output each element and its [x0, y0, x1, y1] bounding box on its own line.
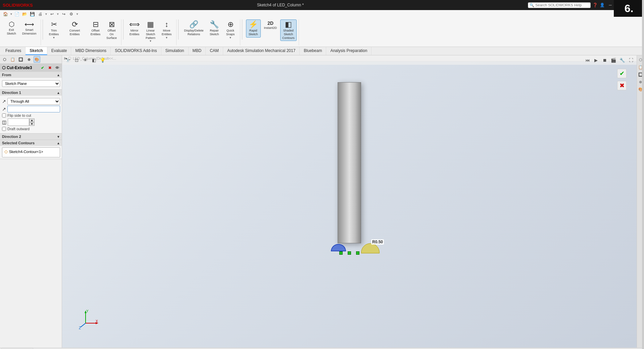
trim-dropdown-arrow: ▼ — [53, 36, 55, 39]
blue-semicircle — [331, 244, 346, 251]
title-bar: SOLIDWORKS Sketch4 of LED_Column * 🔍 ❓ 👤… — [0, 0, 644, 10]
viewport: ▶ ⬡ LED_Column (Default<<... 🔭 ⊡ 👁 ◧ 💡 ⏮… — [62, 55, 637, 348]
dir1-chevron: ▲ — [57, 91, 60, 95]
feature-tree-btn[interactable]: ⬡ — [1, 56, 8, 63]
repair-icon: 🔧 — [210, 21, 219, 28]
hide-show-btn[interactable]: 👁 — [82, 56, 89, 64]
minimize-btn[interactable]: ─ — [607, 2, 614, 8]
trim-entities-btn[interactable]: ✂ TrimEntities ▼ — [47, 19, 61, 41]
tab-analysis[interactable]: Analysis Preparation — [326, 47, 371, 55]
display-delete-relations-btn[interactable]: 🔗 Display/DeleteRelations — [182, 19, 206, 38]
new-btn[interactable]: 📄 — [14, 11, 20, 17]
pm-section-from: From ▲ Sketch Plane — [0, 72, 62, 90]
repair-sketch-btn[interactable]: 🔧 RepairSketch — [207, 19, 222, 38]
from-type-select[interactable]: Sketch Plane — [2, 80, 60, 87]
instant2d-btn[interactable]: 2D Instant2D — [262, 19, 279, 31]
pm-contours-header[interactable]: Selected Contours ▲ — [0, 140, 62, 146]
pm-dir2-header[interactable]: Direction 2 ▼ — [0, 134, 62, 140]
offset-entities-btn[interactable]: ⊟ OffsetEntities — [88, 19, 103, 38]
tab-evaluate[interactable]: Evaluate — [47, 47, 71, 55]
quick-snaps-btn[interactable]: ⊕ QuickSnaps ▼ — [223, 19, 238, 41]
viewport-toolbar: 🔭 ⊡ 👁 ◧ 💡 ⏮ ▶ ⏹ 🎬 🔧 ⛶ — [62, 55, 637, 65]
trim-icon: ✂ — [51, 21, 57, 28]
dim-xpert-btn[interactable]: ⊕ — [26, 56, 32, 63]
dir1-reverse-icon: ↗ — [2, 106, 6, 112]
open-btn[interactable]: 📂 — [21, 11, 28, 17]
save-btn[interactable]: 💾 — [29, 11, 36, 17]
tab-simulation[interactable]: Simulation — [161, 47, 189, 55]
pm-actions: ✔ ✖ 👁 — [39, 65, 60, 71]
tab-bluebeam[interactable]: Bluebeam — [300, 47, 326, 55]
flip-side-row: Flip side to cut — [2, 113, 60, 117]
dir1-depth-input[interactable] — [7, 106, 60, 112]
display-style-btn[interactable]: ◧ — [90, 56, 98, 64]
tab-mbd-dimensions[interactable]: MBD Dimensions — [71, 47, 111, 55]
render-btn[interactable]: 🎬 — [610, 56, 617, 64]
pm-from-header[interactable]: From ▲ — [0, 72, 62, 78]
pm-cancel-btn[interactable]: ✖ — [47, 65, 53, 71]
property-manager-btn[interactable]: 📋 — [9, 56, 16, 63]
tab-cam[interactable]: CAM — [206, 47, 223, 55]
quick-snaps-label: QuickSnaps — [226, 29, 235, 36]
print-btn[interactable]: 🖨 — [37, 11, 44, 17]
draft-outward-checkbox[interactable] — [2, 127, 6, 131]
contour-icon: ◇ — [4, 149, 8, 154]
home-btn[interactable]: 🏠 — [2, 11, 9, 17]
display-delete-label: Display/DeleteRelations — [184, 29, 204, 36]
offset-icon: ⊟ — [93, 21, 99, 28]
help-icon: ❓ — [593, 3, 598, 7]
pm-ok-btn[interactable]: ✔ — [39, 65, 45, 71]
tab-features[interactable]: Features — [1, 47, 26, 55]
rapid-sketch-btn[interactable]: ⚡ RapidSketch — [246, 19, 261, 38]
sep1 — [43, 19, 43, 40]
pm-dir1-header[interactable]: Direction 1 ▲ — [0, 90, 62, 96]
axes-svg: Y X Z — [79, 310, 99, 330]
config-manager-btn[interactable]: 🔲 — [17, 56, 24, 63]
contours-chevron: ▲ — [57, 141, 60, 145]
display-manager-btn[interactable]: 🎨 — [34, 56, 40, 63]
linear-pattern-btn[interactable]: ▦ LinearSketchPattern ▼ — [143, 19, 158, 44]
snaps-dropdown-arrow: ▼ — [229, 36, 232, 39]
shaded-sketch-contours-btn[interactable]: ◧ ShadedSketchContours — [280, 19, 297, 41]
move-label: MoveEntities — [162, 29, 172, 36]
smart-dimension-btn[interactable]: ⟷ SmartDimension — [20, 19, 39, 37]
instant2d-icon: 2D — [267, 21, 274, 26]
draft-outward-row: Draft outward — [2, 127, 60, 131]
draft-angle-up[interactable]: ▲ — [29, 118, 35, 122]
mirror-entities-btn[interactable]: ⟺ MirrorEntities — [127, 19, 142, 38]
pm-contours-content: ◇ Sketch4-Contour<1> — [0, 146, 62, 159]
convert-icon: ⟳ — [72, 21, 78, 28]
linear-label: LinearSketchPattern — [146, 29, 155, 40]
tab-sw-addins[interactable]: SOLIDWORKS Add-Ins — [111, 47, 161, 55]
tab-mbd[interactable]: MBD — [189, 47, 206, 55]
svg-line-6 — [81, 323, 86, 327]
play-btn[interactable]: ▶ — [592, 56, 600, 64]
main-content: ⬡ 📋 🔲 ⊕ 🎨 ⬡ Cut-Extrude3 ✔ ✖ 👁 — [0, 55, 644, 348]
convert-entities-btn[interactable]: ⟳ Convert Entities — [63, 19, 87, 38]
stop-btn[interactable]: ⏹ — [601, 56, 608, 64]
rollback-btn[interactable]: ⏮ — [584, 56, 591, 64]
search-box[interactable]: 🔍 — [528, 2, 591, 8]
svg-text:Y: Y — [86, 310, 89, 313]
exit-sketch-btn[interactable]: ⬡ ExitSketch — [4, 19, 19, 37]
undo-btn[interactable]: ↩ — [49, 11, 55, 17]
move-entities-btn[interactable]: ↕ MoveEntities ▼ — [159, 19, 174, 41]
tab-sketch[interactable]: Sketch — [26, 47, 47, 55]
tab-autodesk[interactable]: Autodesk Simulation Mechanical 2017 — [223, 47, 300, 55]
property-manager: ⬡ Cut-Extrude3 ✔ ✖ 👁 From ▲ — [0, 64, 62, 159]
view-orient-btn[interactable]: 🔭 — [64, 56, 71, 64]
search-input[interactable] — [535, 3, 589, 7]
dir1-type-select[interactable]: Through All Blind Up To Surface — [7, 98, 60, 105]
view-section-btn[interactable]: ⊡ — [73, 56, 80, 64]
flip-side-checkbox[interactable] — [2, 113, 6, 117]
pm-preview-btn[interactable]: 👁 — [54, 65, 60, 71]
ribbon: ⬡ ExitSketch ⟷ SmartDimension ✂ TrimEnti… — [0, 18, 644, 47]
expand-btn[interactable]: ⛶ — [627, 56, 635, 64]
options-btn[interactable]: ⚙ — [68, 11, 75, 17]
draft-angle-down[interactable]: ▼ — [29, 122, 35, 126]
redo-btn[interactable]: ↪ — [60, 11, 67, 17]
draft-angle-input[interactable] — [8, 118, 29, 126]
tools-btn[interactable]: 🔧 — [618, 56, 626, 64]
offset-surface-btn[interactable]: ⊠ OffsetOnSurface — [104, 19, 119, 41]
scene-btn[interactable]: 💡 — [99, 56, 106, 64]
